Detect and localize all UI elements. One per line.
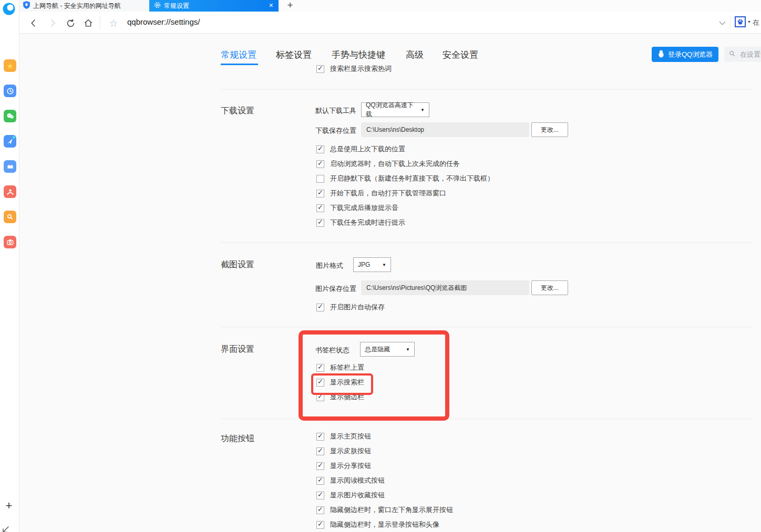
checkbox-row: 显示分享按钮	[316, 458, 453, 473]
checkbox-row: 启动浏览器时，自动下载上次未完成的任务	[316, 157, 494, 171]
checkbox[interactable]	[316, 364, 324, 372]
download-location-label: 下载保存位置	[315, 126, 356, 135]
checkbox-row: 下载完成后播放提示音	[316, 201, 494, 215]
checkbox-label: 显示阅读模式按钮	[330, 476, 385, 485]
checkbox-label: 显示主页按钮	[330, 432, 371, 441]
screenshot-checkbox-group: 开启图片自动保存	[316, 300, 385, 315]
image-format-select[interactable]: JPG▼	[353, 257, 391, 272]
checkbox-label: 启动浏览器时，自动下载上次未完成的任务	[330, 159, 460, 169]
chevron-down-icon[interactable]	[716, 17, 728, 29]
checkbox[interactable]	[316, 65, 324, 73]
toolbar: ☆ qqbrowser://settings/ ▼ 在	[19, 12, 761, 34]
settings-tab-general[interactable]: 常规设置	[221, 49, 256, 61]
mountain-icon[interactable]	[4, 160, 16, 173]
new-tab-button[interactable]: +	[283, 0, 297, 12]
checkbox[interactable]	[316, 190, 324, 197]
checkbox-label: 显示图片收藏按钮	[330, 491, 385, 500]
favorites-star-icon[interactable]: ★	[4, 59, 16, 72]
checkbox-row: 开启图片自动保存	[316, 300, 385, 315]
tab-title: 常规设置	[164, 2, 189, 11]
checkbox[interactable]	[316, 145, 324, 153]
checkbox[interactable]	[316, 447, 324, 455]
checkbox-label: 开启图片自动保存	[330, 302, 385, 312]
home-icon[interactable]	[83, 17, 94, 29]
section-title-screenshot: 截图设置	[221, 259, 254, 270]
checkbox[interactable]	[316, 379, 324, 387]
settings-search-input[interactable]	[739, 50, 761, 59]
bookmark-star-icon[interactable]: ☆	[108, 17, 119, 29]
checkbox[interactable]	[316, 160, 324, 168]
checkbox[interactable]	[316, 477, 324, 485]
default-download-tool-select[interactable]: QQ浏览器高速下载▼	[361, 102, 429, 117]
sidebar: ★ +	[0, 0, 19, 532]
browser-tab-navigation-site[interactable]: 上网导航 - 安全实用的网址导航	[19, 0, 149, 12]
checkbox[interactable]	[316, 521, 324, 529]
section-divider	[221, 242, 753, 243]
back-icon[interactable]	[28, 17, 39, 29]
settings-tab-security[interactable]: 安全设置	[443, 49, 478, 61]
close-tab-icon[interactable]: ×	[269, 0, 273, 12]
checkbox-row: 开启静默下载（新建任务时直接下载，不弹出下载框）	[316, 171, 494, 186]
send-plane-icon[interactable]	[4, 135, 16, 148]
image-location-field[interactable]: C:\Users\ns\Pictures\QQ浏览器截图	[361, 280, 529, 295]
checkbox[interactable]	[316, 204, 324, 212]
engine-dropdown-caret-icon[interactable]: ▼	[747, 20, 751, 24]
checkbox-row: 下载任务完成时进行提示	[316, 215, 494, 230]
checkbox-label: 显示分享按钮	[330, 461, 371, 471]
checkbox-label: 显示侧边栏	[330, 392, 364, 402]
checkbox-label: 开始下载后，自动打开下载管理器窗口	[330, 189, 446, 198]
bookmark-bar-state-select[interactable]: 总是隐藏▼	[360, 342, 415, 357]
pdf-reader-icon[interactable]	[4, 185, 16, 198]
gear-icon	[154, 2, 161, 10]
search-icon[interactable]	[4, 211, 16, 223]
reload-icon[interactable]	[65, 17, 76, 29]
checkbox[interactable]	[316, 304, 324, 311]
active-tab-underline	[221, 64, 258, 65]
forward-icon[interactable]	[47, 17, 58, 29]
checkbox-row: 开始下载后，自动打开下载管理器窗口	[316, 186, 494, 201]
interface-checkbox-group: 标签栏上置显示搜索栏显示侧边栏	[316, 360, 364, 404]
checkbox[interactable]	[316, 175, 324, 183]
general-top-checkbox-group: 搜索栏显示搜索热词	[316, 61, 392, 76]
checkbox[interactable]	[316, 393, 324, 401]
checkbox-row: 显示图片收藏按钮	[316, 488, 453, 503]
change-download-location-button[interactable]: 更改...	[531, 122, 568, 137]
checkbox-row: 搜索栏显示搜索热词	[316, 61, 392, 76]
browser-tab-settings-active[interactable]: 常规设置 ×	[149, 0, 279, 12]
checkbox[interactable]	[316, 462, 324, 470]
select-caret-icon: ▼	[378, 263, 386, 267]
checkbox[interactable]	[316, 506, 324, 514]
star-glyph: ★	[6, 62, 13, 70]
checkbox-label: 下载完成后播放提示音	[330, 203, 398, 213]
checkbox[interactable]	[316, 219, 324, 227]
settings-tab-gestures[interactable]: 手势与快捷键	[332, 49, 385, 61]
baidu-search-engine-icon[interactable]	[735, 16, 746, 27]
default-download-tool-label: 默认下载工具	[315, 106, 356, 116]
section-divider	[221, 89, 753, 90]
settings-tab-advanced[interactable]: 高级	[406, 49, 424, 61]
sidebar-add-button[interactable]: +	[3, 499, 15, 513]
change-image-location-button[interactable]: 更改...	[531, 280, 568, 295]
settings-tab-tabs[interactable]: 标签设置	[276, 49, 312, 61]
image-location-label: 图片保存位置	[315, 284, 356, 294]
select-caret-icon: ▼	[416, 108, 425, 112]
checkbox[interactable]	[316, 492, 324, 499]
wechat-icon[interactable]	[4, 110, 16, 122]
checkbox[interactable]	[316, 433, 324, 441]
screenshot-camera-icon[interactable]	[4, 236, 16, 248]
image-format-label: 图片格式	[316, 261, 343, 270]
section-title-buttons: 功能按钮	[221, 433, 254, 444]
checkbox-label: 搜索栏显示搜索热词	[330, 64, 392, 74]
checkbox-label: 显示皮肤按钮	[330, 446, 371, 456]
login-qq-browser-button[interactable]: 登录QQ浏览器	[652, 47, 718, 62]
qq-browser-logo-icon[interactable]	[2, 2, 16, 16]
collapse-sidebar-icon[interactable]	[2, 525, 10, 532]
download-checkbox-group: 总是使用上次下载的位置启动浏览器时，自动下载上次未完成的任务开启静默下载（新建任…	[316, 142, 494, 230]
toolbar-separator	[100, 16, 100, 29]
checkbox-row: 隐藏侧边栏时，显示登录按钮和头像	[316, 517, 453, 532]
address-bar[interactable]: qqbrowser://settings/	[127, 17, 200, 26]
history-clock-icon[interactable]	[4, 85, 16, 97]
toolbar-separator	[730, 16, 731, 29]
download-location-field[interactable]: C:\Users\ns\Desktop	[361, 122, 529, 137]
qq-penguin-icon	[657, 50, 665, 59]
